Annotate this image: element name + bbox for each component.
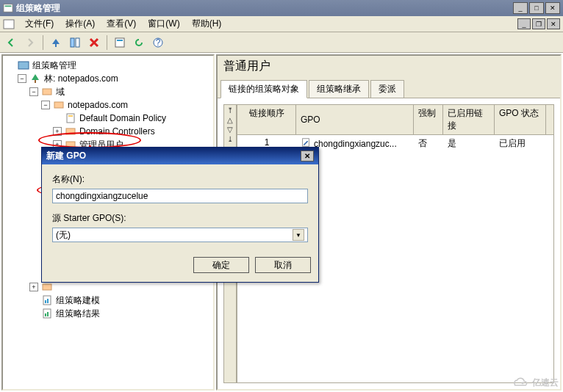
svg-rect-18: [43, 284, 51, 290]
app-icon: [3, 3, 13, 13]
starter-value: (无): [56, 229, 71, 242]
col-linkenabled[interactable]: 已启用链接: [443, 105, 495, 134]
col-status[interactable]: GPO 状态: [495, 105, 546, 134]
dialog-close-button[interactable]: ✕: [301, 150, 314, 161]
back-button[interactable]: [3, 35, 19, 51]
svg-rect-13: [67, 114, 74, 123]
tree-dc[interactable]: +Domain Controllers: [6, 125, 210, 138]
move-top-button[interactable]: ⤒: [227, 106, 233, 115]
report-icon: [41, 294, 53, 306]
forest-icon: [29, 73, 41, 84]
tree-forest[interactable]: −林: notepados.com: [6, 72, 210, 85]
watermark: 亿速云: [512, 376, 559, 389]
ou-icon: [65, 126, 76, 137]
col-order[interactable]: 链接顺序: [237, 105, 296, 134]
tab-inheritance[interactable]: 组策略继承: [309, 80, 369, 98]
forward-button: [22, 35, 38, 51]
system-menu-icon[interactable]: [3, 18, 15, 30]
close-button[interactable]: ✕: [545, 2, 560, 14]
gpm-icon: [18, 59, 29, 71]
domains-icon: [41, 86, 53, 98]
toolbar: ?: [0, 32, 563, 53]
svg-rect-12: [54, 102, 63, 108]
col-gpo[interactable]: GPO: [296, 105, 414, 134]
tree-label: 域: [56, 86, 65, 98]
svg-rect-2: [4, 20, 14, 29]
svg-rect-0: [4, 4, 12, 12]
menu-window[interactable]: 窗口(W): [142, 16, 185, 32]
svg-rect-14: [68, 115, 73, 117]
panel-header: 普通用户: [218, 56, 560, 77]
svg-rect-11: [43, 89, 51, 95]
tree-label: Domain Controllers: [79, 126, 155, 137]
tree-label: 组策略建模: [56, 294, 100, 307]
cell-enforced: 否: [414, 135, 443, 152]
svg-rect-15: [66, 128, 75, 134]
tab-linked-gpo[interactable]: 链接的组策略对象: [220, 80, 307, 98]
cancel-button[interactable]: 取消: [255, 257, 311, 273]
domain-icon: [53, 99, 65, 111]
tab-delegation[interactable]: 委派: [370, 80, 404, 98]
starter-label: 源 Starter GPO(S):: [52, 212, 308, 225]
svg-text:?: ?: [156, 37, 161, 48]
svg-rect-23: [45, 313, 46, 316]
show-tree-button[interactable]: [67, 35, 83, 51]
svg-rect-4: [76, 38, 79, 47]
svg-rect-3: [71, 38, 74, 47]
name-label: 名称(N):: [52, 173, 308, 186]
svg-rect-10: [35, 80, 36, 83]
folder-icon: [41, 281, 53, 293]
starter-select[interactable]: (无) ▼: [52, 228, 308, 242]
titlebar: 组策略管理 _ □ ✕: [0, 0, 563, 16]
svg-rect-1: [5, 6, 12, 7]
up-button[interactable]: [48, 35, 64, 51]
tree-label: 林: notepados.com: [44, 73, 118, 85]
tree-label: Default Domain Policy: [79, 113, 166, 123]
gpo-icon: [65, 112, 76, 124]
tree-gpresult[interactable]: 组策略结果: [6, 307, 210, 320]
svg-rect-20: [45, 300, 46, 303]
menu-action[interactable]: 操作(A): [60, 16, 101, 32]
col-enforced[interactable]: 强制: [414, 105, 443, 134]
svg-rect-24: [47, 312, 49, 316]
move-down-button[interactable]: ▽: [227, 126, 233, 134]
mdi-minimize-button[interactable]: _: [517, 18, 531, 29]
chevron-down-icon: ▼: [293, 229, 304, 241]
report-icon: [41, 308, 53, 319]
tree-gpmodel[interactable]: 组策略建模: [6, 294, 210, 307]
help-button[interactable]: ?: [150, 35, 166, 51]
ok-button[interactable]: 确定: [193, 257, 249, 273]
delete-button[interactable]: [86, 35, 102, 51]
menu-file[interactable]: 文件(F): [19, 16, 60, 32]
cell-status: 已启用: [495, 135, 546, 152]
menubar: 文件(F) 操作(A) 查看(V) 窗口(W) 帮助(H) _ ❐ ✕: [0, 16, 563, 32]
svg-rect-6: [117, 40, 123, 41]
move-bottom-button[interactable]: ⤓: [227, 135, 233, 143]
maximize-button[interactable]: □: [529, 2, 544, 14]
tree-label: 组策略管理: [32, 59, 76, 72]
properties-button[interactable]: [112, 35, 128, 51]
tree-root[interactable]: 组策略管理: [6, 59, 210, 72]
svg-rect-9: [18, 62, 29, 69]
tabs: 链接的组策略对象 组策略继承 委派: [218, 77, 560, 98]
svg-rect-5: [115, 38, 124, 47]
move-up-button[interactable]: △: [227, 116, 233, 124]
minimize-button[interactable]: _: [513, 2, 528, 14]
cell-linkenabled: 是: [443, 135, 495, 152]
dialog-titlebar[interactable]: 新建 GPO ✕: [42, 148, 318, 164]
tree-domains[interactable]: −域: [6, 85, 210, 98]
menu-help[interactable]: 帮助(H): [186, 16, 228, 32]
mdi-restore-button[interactable]: ❐: [532, 18, 545, 29]
mdi-close-button[interactable]: ✕: [547, 18, 560, 29]
tree-domain[interactable]: −notepados.com: [6, 98, 210, 112]
tree-label: 组策略结果: [56, 308, 100, 320]
window-title: 组策略管理: [16, 2, 512, 15]
svg-point-26: [522, 382, 524, 384]
tree-ddp[interactable]: Default Domain Policy: [6, 112, 210, 125]
menu-view[interactable]: 查看(V): [101, 16, 142, 32]
dialog-title: 新建 GPO: [46, 150, 86, 162]
tree-label: notepados.com: [68, 100, 128, 110]
refresh-button[interactable]: [131, 35, 147, 51]
new-gpo-dialog: 新建 GPO ✕ 名称(N): 源 Starter GPO(S): (无) ▼ …: [41, 147, 319, 283]
name-input[interactable]: [52, 189, 308, 203]
